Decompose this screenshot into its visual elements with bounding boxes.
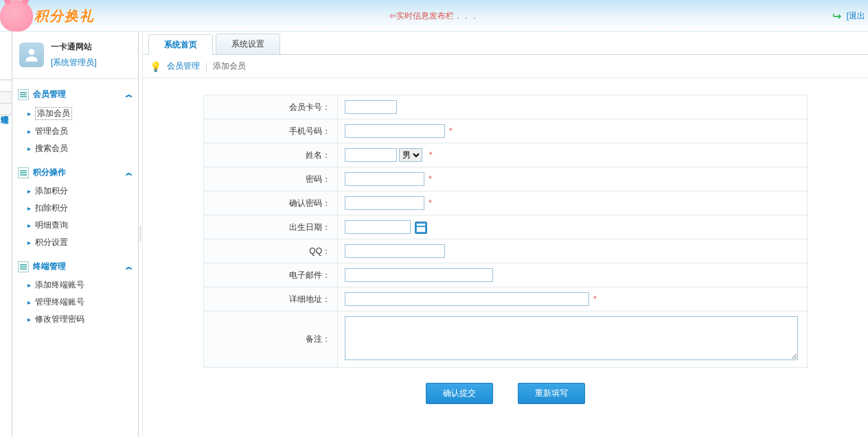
- label-qq: QQ：: [204, 239, 338, 263]
- arrow-icon: ▸: [27, 281, 31, 289]
- arrow-icon: ▸: [27, 239, 31, 246]
- reset-button[interactable]: 重新填写: [518, 383, 585, 404]
- label-phone: 手机号码：: [204, 119, 338, 143]
- calendar-icon[interactable]: [415, 222, 427, 234]
- vtab-member[interactable]: 会员管理: [0, 80, 12, 92]
- label-birth: 出生日期：: [204, 215, 338, 239]
- form-area: 会员卡号： 手机号码： * 姓名： 男 女 *: [143, 78, 868, 436]
- breadcrumb: 💡 会员管理 | 添加会员: [143, 55, 868, 78]
- nav-group-terminal[interactable]: 终端管理 ︽: [15, 257, 135, 276]
- arrow-icon: ▸: [27, 145, 31, 152]
- nav-item-deduct-points[interactable]: ▸扣除积分: [15, 200, 135, 217]
- sidebar: 一卡通网站 [系统管理员] 会员管理 ︽ ▸添加会员 ▸管理会员 ▸搜索会员 积…: [12, 32, 139, 437]
- nav-item-manage-terminal[interactable]: ▸管理终端账号: [15, 294, 135, 311]
- nav-item-detail-query[interactable]: ▸明细查询: [15, 217, 135, 234]
- chevron-up-icon: ︽: [126, 168, 130, 178]
- nav-item-add-member[interactable]: ▸添加会员: [15, 104, 135, 123]
- list-icon: [18, 89, 29, 100]
- chevron-up-icon: ︽: [126, 90, 130, 99]
- member-form: 会员卡号： 手机号码： * 姓名： 男 女 *: [203, 95, 808, 368]
- breadcrumb-b: 添加会员: [213, 60, 246, 72]
- nav-panel: 会员管理 ︽ ▸添加会员 ▸管理会员 ▸搜索会员 积分操作 ︽ ▸添加积分 ▸扣…: [12, 79, 138, 339]
- tab-home[interactable]: 系统首页: [148, 34, 213, 55]
- user-card: 一卡通网站 [系统管理员]: [12, 32, 138, 79]
- nav-group-title: 终端管理: [33, 261, 66, 272]
- arrow-icon: ▸: [27, 316, 31, 323]
- nav-group-title: 积分操作: [33, 167, 66, 178]
- password-input[interactable]: [345, 172, 424, 186]
- gender-select[interactable]: 男 女: [399, 148, 422, 162]
- label-card-no: 会员卡号：: [204, 95, 338, 119]
- user-role[interactable]: [系统管理员]: [51, 57, 97, 69]
- label-address: 详细地址：: [204, 287, 338, 311]
- bulb-icon: 💡: [150, 61, 161, 72]
- logo-text: 积分换礼: [34, 7, 95, 25]
- site-name: 一卡通网站: [51, 41, 97, 53]
- card-no-input[interactable]: [345, 100, 397, 114]
- resize-handle[interactable]: [139, 32, 143, 437]
- nav-item-add-points[interactable]: ▸添加积分: [15, 182, 135, 200]
- submit-button[interactable]: 确认提交: [426, 383, 493, 404]
- logout-link[interactable]: [退出: [847, 10, 865, 21]
- breadcrumb-a[interactable]: 会员管理: [167, 60, 200, 72]
- phone-input[interactable]: [345, 124, 445, 138]
- required-mark: *: [449, 126, 453, 136]
- share-icon[interactable]: ↪: [832, 9, 841, 22]
- nav-item-add-terminal[interactable]: ▸添加终端账号: [15, 276, 135, 294]
- birth-input[interactable]: [345, 220, 411, 234]
- top-right: ↪ [退出: [832, 9, 865, 22]
- confirm-password-input[interactable]: [345, 196, 424, 210]
- arrow-icon: ▸: [27, 187, 31, 195]
- user-info: 一卡通网站 [系统管理员]: [51, 41, 97, 69]
- arrow-icon: ▸: [27, 298, 31, 306]
- nav-item-change-password[interactable]: ▸修改管理密码: [15, 311, 135, 328]
- label-remark: 备注：: [204, 311, 338, 368]
- tabs-bar: 系统首页 系统设置: [143, 34, 868, 55]
- list-icon: [18, 167, 29, 178]
- name-input[interactable]: [345, 148, 397, 162]
- arrow-icon: ▸: [27, 204, 31, 212]
- required-mark: *: [593, 294, 597, 304]
- arrow-icon: ▸: [27, 128, 31, 135]
- nav-item-search-member[interactable]: ▸搜索会员: [15, 140, 135, 157]
- ticker-text: ⇦实时信息发布栏．．．: [389, 10, 479, 21]
- button-row: 确认提交 重新填写: [170, 368, 841, 419]
- avatar-icon: [19, 43, 44, 67]
- chevron-up-icon: ︽: [126, 262, 130, 272]
- content: 系统首页 系统设置 💡 会员管理 | 添加会员 会员卡号： 手机号码： * 姓名…: [143, 32, 868, 437]
- pig-icon: [0, 0, 33, 32]
- nav-item-points-settings[interactable]: ▸积分设置: [15, 234, 135, 251]
- label-password: 密码：: [204, 167, 338, 191]
- arrow-icon: ▸: [27, 110, 31, 117]
- breadcrumb-sep: |: [205, 62, 207, 71]
- email-input[interactable]: [345, 268, 493, 282]
- svg-point-0: [29, 49, 35, 55]
- nav-group-points[interactable]: 积分操作 ︽: [15, 163, 135, 182]
- required-mark: *: [429, 198, 432, 208]
- label-confirm: 确认密码：: [204, 191, 338, 215]
- tab-settings[interactable]: 系统设置: [216, 34, 280, 54]
- vertical-tabs: 会员管理 积分操作 终端管理: [0, 32, 12, 437]
- nav-group-title: 会员管理: [33, 88, 66, 100]
- arrow-icon: ▸: [27, 222, 31, 229]
- vtab-points[interactable]: 积分操作: [0, 91, 12, 104]
- list-icon: [18, 261, 29, 272]
- vtab-terminal[interactable]: 终端管理: [0, 103, 12, 115]
- logo-area: 积分换礼: [0, 0, 95, 32]
- address-input[interactable]: [345, 292, 589, 306]
- qq-input[interactable]: [345, 244, 445, 258]
- top-bar: 积分换礼 ⇦实时信息发布栏．．． ↪ [退出: [0, 0, 868, 32]
- main-wrap: 会员管理 积分操作 终端管理 一卡通网站 [系统管理员] 会员管理 ︽ ▸添加会…: [0, 32, 868, 437]
- required-mark: *: [429, 174, 432, 184]
- remark-textarea[interactable]: [345, 316, 798, 360]
- label-email: 电子邮件：: [204, 263, 338, 287]
- nav-group-member[interactable]: 会员管理 ︽: [15, 84, 135, 104]
- label-name: 姓名：: [204, 143, 338, 167]
- nav-item-manage-member[interactable]: ▸管理会员: [15, 123, 135, 140]
- required-mark: *: [429, 150, 433, 160]
